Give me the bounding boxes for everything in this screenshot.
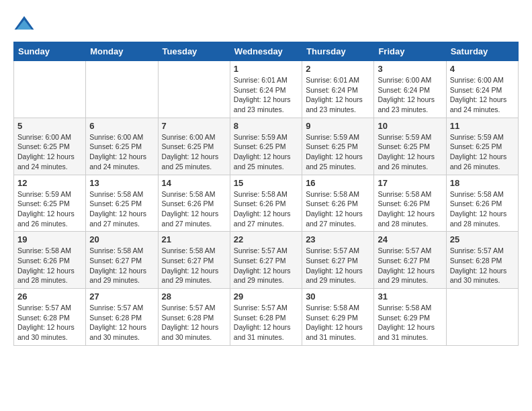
day-number: 5 xyxy=(17,121,82,131)
day-cell-19: 19Sunrise: 5:58 AMSunset: 6:26 PMDayligh… xyxy=(14,232,86,289)
day-info: Sunrise: 5:59 AMSunset: 6:25 PMDaylight:… xyxy=(306,132,370,172)
day-info: Sunrise: 5:57 AMSunset: 6:28 PMDaylight:… xyxy=(89,303,154,342)
day-number: 11 xyxy=(450,121,515,131)
day-number: 14 xyxy=(162,178,226,188)
empty-cell xyxy=(446,289,518,346)
day-cell-23: 23Sunrise: 5:57 AMSunset: 6:27 PMDayligh… xyxy=(302,232,374,289)
day-cell-22: 22Sunrise: 5:57 AMSunset: 6:27 PMDayligh… xyxy=(230,232,302,289)
day-info: Sunrise: 5:58 AMSunset: 6:26 PMDaylight:… xyxy=(17,246,82,285)
day-cell-1: 1Sunrise: 6:01 AMSunset: 6:24 PMDaylight… xyxy=(230,61,302,118)
day-number: 15 xyxy=(234,178,298,188)
day-cell-31: 31Sunrise: 5:58 AMSunset: 6:29 PMDayligh… xyxy=(374,289,446,346)
day-number: 24 xyxy=(378,234,442,244)
weekday-header-friday: Friday xyxy=(374,42,446,61)
week-row-3: 12Sunrise: 5:59 AMSunset: 6:25 PMDayligh… xyxy=(14,175,519,232)
week-row-1: 1Sunrise: 6:01 AMSunset: 6:24 PMDaylight… xyxy=(14,61,519,118)
day-number: 29 xyxy=(234,291,298,302)
day-number: 26 xyxy=(17,291,82,302)
day-number: 31 xyxy=(378,291,442,302)
week-row-5: 26Sunrise: 5:57 AMSunset: 6:28 PMDayligh… xyxy=(14,289,519,346)
day-info: Sunrise: 5:58 AMSunset: 6:29 PMDaylight:… xyxy=(306,303,370,342)
week-row-2: 5Sunrise: 6:00 AMSunset: 6:25 PMDaylight… xyxy=(14,118,519,175)
day-info: Sunrise: 5:57 AMSunset: 6:28 PMDaylight:… xyxy=(17,303,82,342)
day-cell-16: 16Sunrise: 5:58 AMSunset: 6:26 PMDayligh… xyxy=(302,175,374,232)
day-info: Sunrise: 5:58 AMSunset: 6:27 PMDaylight:… xyxy=(162,246,226,285)
day-number: 12 xyxy=(17,178,82,188)
day-info: Sunrise: 6:00 AMSunset: 6:24 PMDaylight:… xyxy=(450,75,515,115)
day-cell-25: 25Sunrise: 5:57 AMSunset: 6:28 PMDayligh… xyxy=(446,232,518,289)
day-info: Sunrise: 5:58 AMSunset: 6:29 PMDaylight:… xyxy=(378,303,442,342)
day-number: 1 xyxy=(234,64,298,74)
day-cell-8: 8Sunrise: 5:59 AMSunset: 6:25 PMDaylight… xyxy=(230,118,302,175)
day-cell-10: 10Sunrise: 5:59 AMSunset: 6:25 PMDayligh… xyxy=(374,118,446,175)
day-number: 18 xyxy=(450,178,515,188)
day-info: Sunrise: 5:59 AMSunset: 6:25 PMDaylight:… xyxy=(450,132,515,172)
day-info: Sunrise: 5:59 AMSunset: 6:25 PMDaylight:… xyxy=(378,132,442,172)
day-info: Sunrise: 6:00 AMSunset: 6:25 PMDaylight:… xyxy=(162,132,226,172)
day-number: 13 xyxy=(89,178,154,188)
day-number: 8 xyxy=(234,121,298,131)
day-cell-15: 15Sunrise: 5:58 AMSunset: 6:26 PMDayligh… xyxy=(230,175,302,232)
day-number: 27 xyxy=(89,291,154,302)
weekday-header-monday: Monday xyxy=(86,42,158,61)
day-number: 17 xyxy=(378,178,442,188)
day-cell-28: 28Sunrise: 5:57 AMSunset: 6:28 PMDayligh… xyxy=(158,289,230,346)
day-info: Sunrise: 5:58 AMSunset: 6:26 PMDaylight:… xyxy=(234,189,298,229)
day-info: Sunrise: 6:01 AMSunset: 6:24 PMDaylight:… xyxy=(234,75,298,115)
day-info: Sunrise: 6:00 AMSunset: 6:25 PMDaylight:… xyxy=(17,132,82,172)
weekday-header-row: SundayMondayTuesdayWednesdayThursdayFrid… xyxy=(14,42,519,61)
weekday-header-wednesday: Wednesday xyxy=(230,42,302,61)
day-number: 25 xyxy=(450,234,515,244)
day-info: Sunrise: 5:57 AMSunset: 6:28 PMDaylight:… xyxy=(234,303,298,342)
day-number: 4 xyxy=(450,64,515,74)
day-cell-2: 2Sunrise: 6:01 AMSunset: 6:24 PMDaylight… xyxy=(302,61,374,118)
week-row-4: 19Sunrise: 5:58 AMSunset: 6:26 PMDayligh… xyxy=(14,232,519,289)
day-number: 20 xyxy=(89,234,154,244)
day-info: Sunrise: 5:57 AMSunset: 6:28 PMDaylight:… xyxy=(162,303,226,342)
weekday-header-saturday: Saturday xyxy=(446,42,518,61)
weekday-header-sunday: Sunday xyxy=(14,42,86,61)
calendar-table: SundayMondayTuesdayWednesdayThursdayFrid… xyxy=(13,42,519,346)
day-cell-29: 29Sunrise: 5:57 AMSunset: 6:28 PMDayligh… xyxy=(230,289,302,346)
day-number: 28 xyxy=(162,291,226,302)
day-cell-14: 14Sunrise: 5:58 AMSunset: 6:26 PMDayligh… xyxy=(158,175,230,232)
day-info: Sunrise: 5:57 AMSunset: 6:27 PMDaylight:… xyxy=(306,246,370,285)
day-cell-17: 17Sunrise: 5:58 AMSunset: 6:26 PMDayligh… xyxy=(374,175,446,232)
day-cell-5: 5Sunrise: 6:00 AMSunset: 6:25 PMDaylight… xyxy=(14,118,86,175)
day-cell-18: 18Sunrise: 5:58 AMSunset: 6:26 PMDayligh… xyxy=(446,175,518,232)
day-info: Sunrise: 5:57 AMSunset: 6:27 PMDaylight:… xyxy=(378,246,442,285)
day-cell-20: 20Sunrise: 5:58 AMSunset: 6:27 PMDayligh… xyxy=(86,232,158,289)
day-number: 10 xyxy=(378,121,442,131)
day-cell-30: 30Sunrise: 5:58 AMSunset: 6:29 PMDayligh… xyxy=(302,289,374,346)
weekday-header-thursday: Thursday xyxy=(302,42,374,61)
day-info: Sunrise: 5:59 AMSunset: 6:25 PMDaylight:… xyxy=(17,189,82,229)
logo xyxy=(13,13,38,35)
day-info: Sunrise: 6:00 AMSunset: 6:25 PMDaylight:… xyxy=(89,132,154,172)
day-cell-9: 9Sunrise: 5:59 AMSunset: 6:25 PMDaylight… xyxy=(302,118,374,175)
day-cell-12: 12Sunrise: 5:59 AMSunset: 6:25 PMDayligh… xyxy=(14,175,86,232)
day-cell-13: 13Sunrise: 5:58 AMSunset: 6:25 PMDayligh… xyxy=(86,175,158,232)
day-cell-26: 26Sunrise: 5:57 AMSunset: 6:28 PMDayligh… xyxy=(14,289,86,346)
day-cell-21: 21Sunrise: 5:58 AMSunset: 6:27 PMDayligh… xyxy=(158,232,230,289)
logo-icon xyxy=(13,13,35,35)
day-info: Sunrise: 6:00 AMSunset: 6:24 PMDaylight:… xyxy=(378,75,442,115)
empty-cell xyxy=(86,61,158,118)
day-number: 2 xyxy=(306,64,370,74)
day-info: Sunrise: 5:58 AMSunset: 6:26 PMDaylight:… xyxy=(306,189,370,229)
day-number: 19 xyxy=(17,234,82,244)
day-info: Sunrise: 5:59 AMSunset: 6:25 PMDaylight:… xyxy=(234,132,298,172)
day-cell-6: 6Sunrise: 6:00 AMSunset: 6:25 PMDaylight… xyxy=(86,118,158,175)
day-number: 23 xyxy=(306,234,370,244)
weekday-header-tuesday: Tuesday xyxy=(158,42,230,61)
day-number: 21 xyxy=(162,234,226,244)
day-info: Sunrise: 5:57 AMSunset: 6:28 PMDaylight:… xyxy=(450,246,515,285)
day-info: Sunrise: 5:58 AMSunset: 6:26 PMDaylight:… xyxy=(378,189,442,229)
day-number: 3 xyxy=(378,64,442,74)
empty-cell xyxy=(14,61,86,118)
day-info: Sunrise: 5:58 AMSunset: 6:26 PMDaylight:… xyxy=(450,189,515,229)
page-header xyxy=(13,13,519,35)
empty-cell xyxy=(158,61,230,118)
day-cell-11: 11Sunrise: 5:59 AMSunset: 6:25 PMDayligh… xyxy=(446,118,518,175)
day-info: Sunrise: 5:58 AMSunset: 6:25 PMDaylight:… xyxy=(89,189,154,229)
day-info: Sunrise: 5:57 AMSunset: 6:27 PMDaylight:… xyxy=(234,246,298,285)
